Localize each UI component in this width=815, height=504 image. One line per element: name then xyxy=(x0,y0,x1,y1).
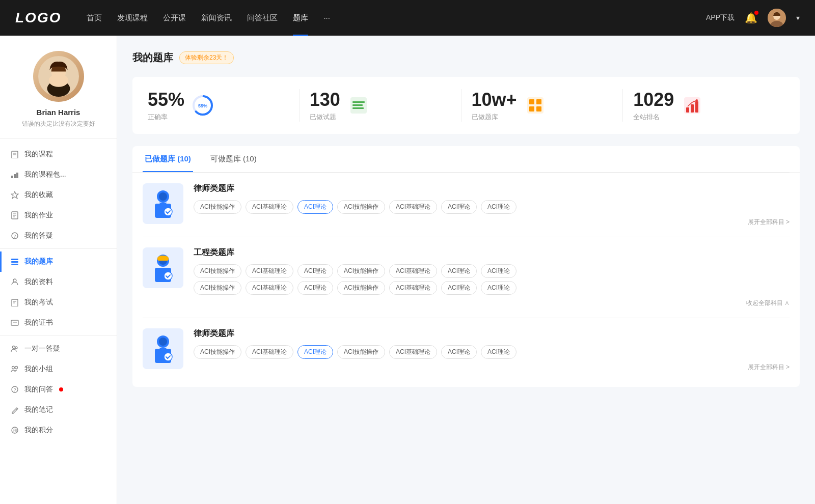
nav-more[interactable]: ··· xyxy=(323,11,330,25)
sidebar-label-notes: 我的笔记 xyxy=(24,405,53,414)
profile-icon xyxy=(10,277,19,287)
tag-1-2[interactable]: ACI基础理论 xyxy=(246,200,293,214)
sidebar-item-collect[interactable]: 我的收藏 xyxy=(0,185,117,205)
sidebar-item-question-bank[interactable]: 我的题库 xyxy=(0,251,117,272)
tab-available[interactable]: 可做题库 (10) xyxy=(208,146,259,172)
notes-icon xyxy=(10,405,19,414)
tag-1-1[interactable]: ACI技能操作 xyxy=(194,200,241,214)
nav-news[interactable]: 新闻资讯 xyxy=(201,11,232,25)
tag-2-10[interactable]: ACI理论 xyxy=(297,281,333,295)
svg-rect-50 xyxy=(536,106,541,111)
nav-discover[interactable]: 发现课程 xyxy=(117,11,148,25)
svg-rect-43 xyxy=(352,101,365,103)
tag-1-7[interactable]: ACI理论 xyxy=(481,200,517,214)
accuracy-number: 55% xyxy=(148,89,184,110)
notification-bell[interactable]: 🔔 xyxy=(745,12,757,24)
tag-2-2[interactable]: ACI基础理论 xyxy=(246,264,293,278)
tag-3-2[interactable]: ACI基础理论 xyxy=(246,345,293,359)
bank-expand-btn-3[interactable]: 展开全部科目 > xyxy=(194,363,790,372)
nav-open-course[interactable]: 公开课 xyxy=(163,11,186,25)
tag-3-1[interactable]: ACI技能操作 xyxy=(194,345,241,359)
stats-card: 55% 正确率 55% 130 已做试题 xyxy=(132,77,800,134)
svg-text:?: ? xyxy=(13,387,16,393)
group-icon xyxy=(10,365,19,374)
app-download-link[interactable]: APP下载 xyxy=(706,13,735,22)
bank-card-2: 工程类题库 ACI技能操作 ACI基础理论 ACI理论 ACI技能操作 ACI基… xyxy=(143,237,790,318)
nav-home[interactable]: 首页 xyxy=(87,11,102,25)
tag-1-3[interactable]: ACI理论 xyxy=(297,200,333,214)
profile-name: Brian Harris xyxy=(37,108,80,117)
sidebar-item-homework[interactable]: 我的作业 xyxy=(0,205,117,226)
tabs-header: 已做题库 (10) 可做题库 (10) xyxy=(132,146,800,173)
tag-3-4[interactable]: ACI技能操作 xyxy=(337,345,385,359)
exam-icon xyxy=(10,298,19,307)
bank-collapse-btn-2[interactable]: 收起全部科目 ∧ xyxy=(194,299,790,307)
tag-2-8[interactable]: ACI技能操作 xyxy=(194,281,241,295)
done-questions-label: 已做试题 xyxy=(310,113,340,122)
sidebar-item-qa[interactable]: ? 我的答疑 xyxy=(0,226,117,246)
svg-rect-47 xyxy=(529,99,534,104)
sidebar-item-course[interactable]: 我的课程 xyxy=(0,144,117,164)
svg-text:积: 积 xyxy=(13,428,17,433)
tag-1-5[interactable]: ACI基础理论 xyxy=(389,200,437,214)
sidebar-label-1on1: 一对一答疑 xyxy=(24,344,60,353)
tag-3-7[interactable]: ACI理论 xyxy=(481,345,517,359)
sidebar-item-exam[interactable]: 我的考试 xyxy=(0,292,117,313)
content-area: 我的题库 体验剩余23天！ 55% 正确率 55% xyxy=(117,36,815,504)
sidebar-item-course-pkg[interactable]: 我的课程包... xyxy=(0,164,117,185)
tag-2-14[interactable]: ACI理论 xyxy=(481,281,517,295)
svg-rect-27 xyxy=(11,320,18,325)
tag-3-6[interactable]: ACI理论 xyxy=(441,345,477,359)
sidebar-item-profile[interactable]: 我的资料 xyxy=(0,272,117,292)
sidebar-item-notes[interactable]: 我的笔记 xyxy=(0,400,117,420)
stat-done-banks-value: 10w+ 已做题库 xyxy=(472,89,517,122)
page-header: 我的题库 体验剩余23天！ xyxy=(132,51,800,65)
nav-qa[interactable]: 问答社区 xyxy=(247,11,278,25)
sidebar-item-1on1[interactable]: 一对一答疑 xyxy=(0,339,117,359)
tag-2-1[interactable]: ACI技能操作 xyxy=(194,264,241,278)
user-dropdown-arrow[interactable]: ▾ xyxy=(796,14,800,22)
bank-title-1: 律师类题库 xyxy=(194,183,790,194)
sidebar-label-exam: 我的考试 xyxy=(24,298,53,307)
done-banks-label: 已做题库 xyxy=(472,113,517,122)
sidebar-label-collect: 我的收藏 xyxy=(24,190,53,200)
tag-2-5[interactable]: ACI基础理论 xyxy=(389,264,437,278)
sidebar-item-my-qa[interactable]: ? 我的问答 xyxy=(0,379,117,400)
sidebar-label-cert: 我的证书 xyxy=(24,318,53,327)
svg-rect-54 xyxy=(695,101,698,113)
tag-3-3[interactable]: ACI理论 xyxy=(297,345,333,359)
bank-expand-btn-1[interactable]: 展开全部科目 > xyxy=(194,218,790,227)
tag-3-5[interactable]: ACI基础理论 xyxy=(389,345,437,359)
svg-point-55 xyxy=(696,99,698,101)
profile-section: Brian Harris 错误的决定比没有决定要好 xyxy=(0,51,117,139)
tag-2-12[interactable]: ACI基础理论 xyxy=(389,281,437,295)
sidebar-item-group[interactable]: 我的小组 xyxy=(0,359,117,379)
tab-done[interactable]: 已做题库 (10) xyxy=(143,146,193,172)
sidebar-label-my-qa: 我的问答 xyxy=(24,385,53,394)
tag-2-4[interactable]: ACI技能操作 xyxy=(337,264,385,278)
sidebar-item-cert[interactable]: 我的证书 xyxy=(0,313,117,333)
svg-point-23 xyxy=(13,279,16,282)
sidebar-menu: 我的课程 我的课程包... 我的收藏 我的作业 xyxy=(0,139,117,445)
qa-icon: ? xyxy=(10,231,19,240)
tag-2-3[interactable]: ACI理论 xyxy=(297,264,333,278)
logo: LOGO xyxy=(15,10,61,26)
svg-text:55%: 55% xyxy=(198,103,207,108)
banks-container: 律师类题库 ACI技能操作 ACI基础理论 ACI理论 ACI技能操作 ACI基… xyxy=(132,173,800,387)
bank-title-2: 工程类题库 xyxy=(194,247,790,258)
profile-motto: 错误的决定比没有决定要好 xyxy=(22,120,95,128)
sidebar-item-points[interactable]: 积 我的积分 xyxy=(0,420,117,440)
tag-1-4[interactable]: ACI技能操作 xyxy=(337,200,385,214)
svg-line-35 xyxy=(16,409,17,410)
tag-2-9[interactable]: ACI基础理论 xyxy=(246,281,293,295)
main-layout: Brian Harris 错误的决定比没有决定要好 我的课程 我的课程包... xyxy=(0,36,815,504)
nav-question-bank[interactable]: 题库 xyxy=(293,11,308,25)
tag-2-11[interactable]: ACI技能操作 xyxy=(337,281,385,295)
user-avatar[interactable] xyxy=(768,9,786,27)
sidebar-label-points: 我的积分 xyxy=(24,426,53,435)
tag-2-13[interactable]: ACI理论 xyxy=(441,281,477,295)
tag-1-6[interactable]: ACI理论 xyxy=(441,200,477,214)
sidebar: Brian Harris 错误的决定比没有决定要好 我的课程 我的课程包... xyxy=(0,36,117,504)
tag-2-6[interactable]: ACI理论 xyxy=(441,264,477,278)
tag-2-7[interactable]: ACI理论 xyxy=(481,264,517,278)
